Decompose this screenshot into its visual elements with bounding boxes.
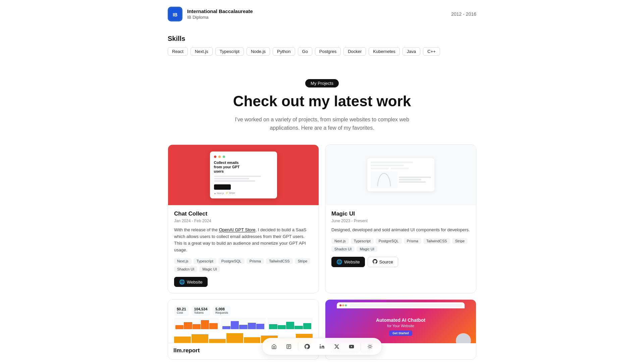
magic-line3 [399,181,426,183]
tag-nextjs: Next.js [174,258,192,264]
tag-stripe: Stripe [295,258,311,264]
nav-resume-btn[interactable] [283,341,294,352]
stat1-label: Cost [177,311,183,314]
svg-line-15 [371,345,372,345]
skill-tag-postgres: Postgres [315,47,341,56]
github-icon-2 [373,259,377,265]
magic-ui-source-btn[interactable]: Source [368,257,398,267]
nav-github-btn[interactable] [302,341,313,352]
globe-icon-2: 🌐 [336,259,342,264]
logo-text1: ▲ Next.js [214,192,224,194]
source-label: Source [379,259,393,264]
chat-collect-links: 🌐 Website [174,277,313,287]
nav-separator-1 [298,343,298,350]
dot-green [223,156,225,158]
auto-chat-btn[interactable]: Get Started [389,330,412,336]
project-image-chat-collect: Collect emailsfrom your GPTusers ▲ Next.… [168,145,319,205]
edu-org-name: International Baccalaureate [187,8,253,14]
project-image-llm: $0.21 Cost 104,534 Tokens 5,008 Requests [168,300,319,343]
magic-box1 [371,171,397,188]
skill-tag-typescript: Typescript [215,47,244,56]
skills-title: Skills [168,35,476,43]
dot-yellow [218,156,221,158]
stat2-value: 104,534 [194,307,208,311]
magic-ui-tags: Next.js Typescript PostgreSQL Prisma Tai… [331,238,470,252]
chat-collect-desc: With the release of the OpenAI GPT Store… [174,227,313,254]
sparkline3 [269,319,311,329]
tag-nextjs2: Next.js [331,238,349,244]
tag-typescript: Typescript [194,258,216,264]
chat-collect-website-btn[interactable]: 🌐 Website [174,277,208,287]
nav-separator-2 [361,343,361,350]
tag-shadcn2: Shadcn UI [331,246,355,252]
tag-stripe2: Stripe [452,238,468,244]
nav-home-btn[interactable] [268,341,280,352]
mini-charts [174,318,313,330]
stat3: 5,008 Requests [213,306,231,316]
tag-prisma: Prisma [247,258,264,264]
browser-dots [339,304,347,306]
projects-subtext: I've worked on a variety of projects, fr… [235,115,409,132]
magic-ui-dates: June 2023 - Present [331,219,470,223]
browser-chrome [337,302,465,308]
mini-chart1 [174,318,219,330]
projects-grid: Collect emailsfrom your GPTusers ▲ Next.… [168,144,476,360]
edu-left: IB International Baccalaureate IB Diplom… [168,7,253,21]
project-card-chat-collect: Collect emailsfrom your GPTusers ▲ Next.… [168,144,319,294]
magic-col2 [391,168,409,169]
chat-collect-dates: Jan 2024 - Feb 2024 [174,219,313,223]
mockup-cta [214,184,231,190]
project-card-magic-ui: Magic UI June 2023 - Present Designed, d… [325,144,476,294]
nav-youtube-btn[interactable] [346,341,357,352]
tag-magicui: Magic UI [199,266,220,272]
magic-row2 [371,165,404,166]
chat-collect-content: Chat Collect Jan 2024 - Feb 2024 With th… [168,205,319,293]
project-image-magic-ui [325,145,476,205]
stat3-label: Requests [215,311,228,314]
tag-tailwind2: TailwindCSS [423,238,450,244]
magic-line2 [399,179,421,180]
magic-line1 [399,177,431,178]
tag-postgresql: PostgreSQL [218,258,245,264]
tag-prisma2: Prisma [404,238,421,244]
url-bar [350,304,462,307]
projects-badge: My Projects [305,79,339,87]
nav-twitter-btn[interactable] [331,341,342,352]
edu-degree: IB Diploma [187,15,253,20]
line2 [214,178,250,179]
nav-theme-toggle-btn[interactable] [364,341,376,352]
skill-tag-react: React [168,47,188,56]
skills-tags: ReactNext.jsTypescriptNode.jsPythonGoPos… [168,47,476,56]
magic-ui-desc: Designed, developed and sold animated UI… [331,227,470,233]
chat-collect-mockup: Collect emailsfrom your GPTusers ▲ Next.… [210,152,277,199]
line3 [214,180,255,182]
mockup-title: Collect emailsfrom your GPTusers [214,161,273,174]
arc-shape [377,173,391,186]
edu-logo: IB [168,7,182,21]
svg-line-10 [368,345,369,345]
skill-tag-next-js: Next.js [191,47,213,56]
tag-shadcn: Shadcn UI [174,266,197,272]
magic-ui-mockup [367,158,434,191]
globe-icon: 🌐 [179,279,185,285]
avatar-partial [456,333,471,343]
magic-ui-website-btn[interactable]: 🌐 Website [331,257,365,267]
line1 [214,176,261,177]
magic-col1 [371,168,389,169]
magic-lines [399,171,431,188]
project-image-auto-chat: Automated AI Chatbot for Your Website Ge… [325,300,476,343]
education-entry: IB International Baccalaureate IB Diplom… [168,0,476,32]
stat2: 104,534 Tokens [192,306,210,316]
mini-chart3 [268,318,313,330]
skills-section: Skills ReactNext.jsTypescriptNode.jsPyth… [168,32,476,66]
skill-tag-python: Python [273,47,295,56]
svg-point-7 [369,346,371,348]
stat3-value: 5,008 [215,307,228,311]
magic-ui-content: Magic UI June 2023 - Present Designed, d… [325,205,476,273]
nav-linkedin-btn[interactable] [316,341,328,352]
tag-postgresql2: PostgreSQL [376,238,402,244]
website-label: Website [187,280,203,285]
chat-collect-title: Chat Collect [174,210,313,217]
projects-heading: Check out my latest work [168,93,476,110]
openai-link[interactable]: OpenAI GPT Store [219,227,256,232]
